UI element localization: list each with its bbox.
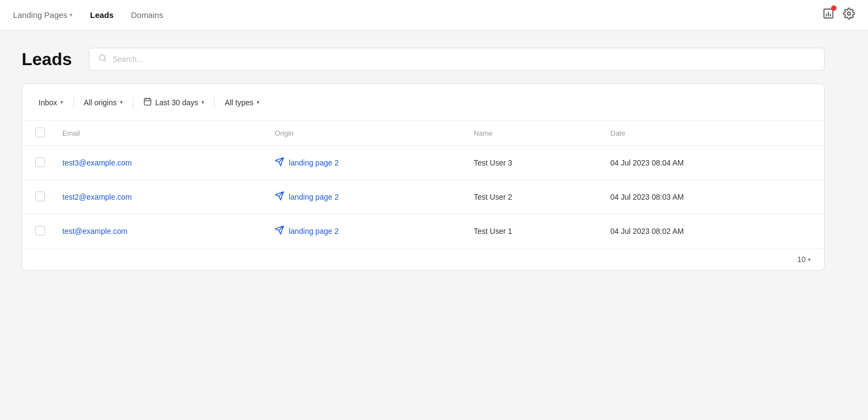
nav-item-landing-pages[interactable]: Landing Pages ▾	[13, 6, 73, 24]
top-nav: Landing Pages ▾ Leads Domains	[0, 0, 868, 30]
row-name-1: Test User 2	[465, 180, 602, 214]
pagination-row: 10 ▾	[22, 248, 824, 270]
row-checkbox-cell	[22, 146, 54, 180]
settings-button[interactable]	[843, 8, 855, 22]
origin-link-1[interactable]: landing page 2	[289, 193, 339, 201]
origin-icon-0	[275, 157, 284, 169]
types-filter[interactable]: All types ▾	[221, 96, 263, 109]
per-page-value: 10	[797, 255, 806, 264]
row-email-2: test@example.com	[54, 214, 266, 249]
gear-icon	[843, 8, 855, 22]
email-link-1[interactable]: test2@example.com	[62, 193, 132, 201]
notification-badge	[831, 5, 837, 11]
row-origin-cell-2: landing page 2	[266, 214, 465, 249]
row-origin-cell-1: landing page 2	[266, 180, 465, 214]
per-page-select[interactable]: 10 ▾	[797, 255, 811, 264]
page-title: Leads	[22, 49, 72, 69]
table-row: test@example.com landing page 2 Test Use…	[22, 214, 824, 249]
nav-left: Landing Pages ▾ Leads Domains	[13, 6, 163, 24]
row-date-2: 04 Jul 2023 08:02 AM	[602, 214, 824, 249]
origins-filter[interactable]: All origins ▾	[80, 96, 126, 109]
origins-label: All origins	[84, 98, 117, 107]
svg-line-3	[105, 60, 106, 61]
inbox-chevron-icon: ▾	[60, 99, 63, 106]
row-checkbox-cell	[22, 214, 54, 249]
header-name: Name	[465, 121, 602, 146]
row-name-0: Test User 3	[465, 146, 602, 180]
row-date-0: 04 Jul 2023 08:04 AM	[602, 146, 824, 180]
email-link-0[interactable]: test3@example.com	[62, 158, 132, 167]
table-header-row: Email Origin Name Date	[22, 121, 824, 146]
nav-item-leads[interactable]: Leads	[90, 6, 113, 24]
main-content: Leads Inbox ▾ All origins ▾	[0, 30, 846, 288]
date-range-chevron-icon: ▾	[201, 99, 205, 106]
origin-icon-2	[275, 225, 284, 237]
types-label: All types	[225, 98, 253, 107]
inbox-label: Inbox	[39, 98, 57, 107]
calendar-icon	[143, 97, 152, 107]
nav-item-domains[interactable]: Domains	[131, 6, 163, 24]
header-origin: Origin	[266, 121, 465, 146]
origin-cell-0: landing page 2	[275, 157, 456, 169]
row-checkbox-2[interactable]	[35, 226, 45, 236]
header-checkbox-col	[22, 121, 54, 146]
date-range-label: Last 30 days	[155, 98, 198, 107]
row-name-2: Test User 1	[465, 214, 602, 249]
origin-link-2[interactable]: landing page 2	[289, 227, 339, 236]
filter-separator-2	[133, 97, 133, 108]
per-page-chevron-icon: ▾	[808, 256, 811, 263]
row-checkbox-cell	[22, 180, 54, 214]
inbox-filter[interactable]: Inbox ▾	[35, 96, 67, 109]
row-origin-cell-0: landing page 2	[266, 146, 465, 180]
types-chevron-icon: ▾	[257, 99, 260, 106]
header-email: Email	[54, 121, 266, 146]
chevron-down-icon: ▾	[69, 11, 73, 18]
search-bar	[89, 48, 825, 71]
row-checkbox-0[interactable]	[35, 157, 45, 167]
origin-icon-1	[275, 191, 284, 203]
search-icon	[98, 54, 107, 65]
search-input[interactable]	[112, 55, 815, 63]
email-link-2[interactable]: test@example.com	[62, 227, 127, 236]
header-date: Date	[602, 121, 824, 146]
origin-link-0[interactable]: landing page 2	[289, 158, 339, 167]
origin-cell-2: landing page 2	[275, 225, 456, 237]
nav-label-landing-pages: Landing Pages	[13, 10, 67, 20]
nav-label-domains: Domains	[131, 10, 163, 20]
origin-cell-1: landing page 2	[275, 191, 456, 203]
table-row: test3@example.com landing page 2 Test Us…	[22, 146, 824, 180]
filter-separator-3	[214, 97, 215, 108]
table-card: Inbox ▾ All origins ▾ Last 30 days ▾	[22, 84, 825, 271]
leads-table: Email Origin Name Date	[22, 121, 824, 248]
row-email-0: test3@example.com	[54, 146, 266, 180]
svg-point-1	[847, 12, 851, 15]
nav-right	[822, 8, 855, 22]
date-range-filter[interactable]: Last 30 days ▾	[140, 95, 208, 110]
filter-separator-1	[73, 97, 74, 108]
chart-button[interactable]	[822, 8, 834, 22]
page-header: Leads	[22, 48, 825, 71]
nav-label-leads: Leads	[90, 10, 113, 20]
select-all-checkbox[interactable]	[35, 128, 45, 137]
filters-row: Inbox ▾ All origins ▾ Last 30 days ▾	[22, 84, 824, 121]
row-checkbox-1[interactable]	[35, 192, 45, 201]
origins-chevron-icon: ▾	[120, 99, 123, 106]
table-row: test2@example.com landing page 2 Test Us…	[22, 180, 824, 214]
row-email-1: test2@example.com	[54, 180, 266, 214]
svg-rect-4	[144, 99, 151, 105]
row-date-1: 04 Jul 2023 08:03 AM	[602, 180, 824, 214]
